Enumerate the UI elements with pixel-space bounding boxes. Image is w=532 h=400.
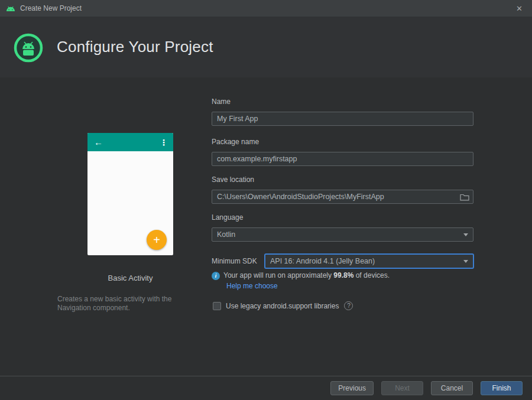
android-icon [6, 5, 15, 12]
wizard-header: Configure Your Project [0, 17, 532, 77]
sdk-info-percentage: 99.8% [333, 271, 353, 279]
language-value: Kotlin [217, 230, 460, 239]
legacy-support-row: Use legacy android.support libraries ? [213, 301, 353, 310]
wizard-content: ← ⋮ + Basic Activity Creates a new basic… [0, 77, 532, 376]
name-input[interactable] [212, 112, 473, 126]
back-arrow-icon: ← [94, 138, 103, 147]
min-sdk-label: Minimum SDK [212, 254, 257, 268]
template-name: Basic Activity [87, 274, 173, 282]
info-icon: i [212, 272, 220, 280]
min-sdk-value: API 16: Android 4.1 (Jelly Bean) [270, 257, 460, 265]
previous-button[interactable]: Previous [330, 381, 374, 395]
finish-button[interactable]: Finish [481, 381, 523, 395]
package-field-wrap [212, 152, 473, 166]
legacy-support-checkbox[interactable] [213, 302, 221, 310]
sdk-info-text: Your app will run on approximately 99.8%… [223, 271, 390, 279]
chevron-down-icon [463, 233, 468, 236]
close-icon[interactable]: ✕ [512, 3, 526, 14]
folder-browse-icon[interactable] [460, 192, 469, 201]
cancel-button[interactable]: Cancel [431, 381, 473, 395]
template-description: Creates a new basic activity with the Na… [57, 295, 206, 313]
language-label: Language [212, 213, 243, 222]
android-studio-logo-icon [13, 31, 44, 64]
package-name-label: Package name [212, 138, 259, 146]
wizard-footer: Previous Next Cancel Finish [0, 376, 532, 400]
sdk-info-row: i Your app will run on approximately 99.… [212, 271, 390, 280]
legacy-support-label: Use legacy android.support libraries [226, 302, 339, 310]
page-title: Configure Your Project [57, 38, 213, 56]
help-circle-icon[interactable]: ? [344, 301, 353, 310]
save-location-field-wrap [212, 190, 473, 204]
preview-appbar: ← ⋮ [87, 133, 173, 151]
save-location-label: Save location [212, 175, 254, 184]
next-button[interactable]: Next [381, 381, 423, 395]
save-location-input[interactable] [212, 190, 473, 204]
language-select[interactable]: Kotlin [212, 227, 473, 242]
overflow-menu-icon: ⋮ [160, 138, 168, 147]
titlebar: Create New Project ✕ [0, 0, 532, 17]
name-field-wrap [212, 112, 473, 126]
package-name-input[interactable] [212, 152, 473, 166]
help-me-choose-link[interactable]: Help me choose [226, 282, 278, 290]
template-preview: ← ⋮ + [87, 133, 173, 255]
chevron-down-icon [463, 260, 468, 263]
fab-plus-icon: + [147, 230, 167, 250]
sdk-info-suffix: of devices. [353, 271, 390, 279]
create-new-project-dialog: Create New Project ✕ Configure Your Proj… [0, 0, 532, 400]
sdk-info-prefix: Your app will run on approximately [223, 271, 333, 279]
name-label: Name [212, 97, 231, 106]
min-sdk-select[interactable]: API 16: Android 4.1 (Jelly Bean) [265, 254, 473, 268]
window-title: Create New Project [20, 4, 82, 12]
